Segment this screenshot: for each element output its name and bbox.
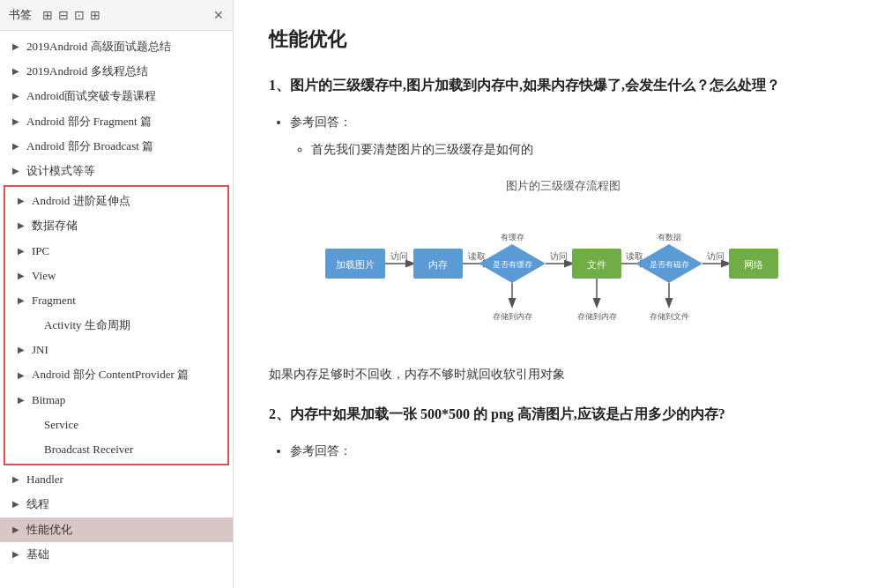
sidebar-header-icons: ⊞ ⊟ ⊡ ⊞: [42, 8, 100, 23]
chevron-icon: ▶: [18, 369, 26, 382]
answer-text-1: 如果内存足够时不回收，内存不够时就回收软引用对象: [269, 363, 857, 385]
sidebar-item-label: Android 部分 Broadcast 篇: [26, 138, 153, 154]
sidebar-item-label: Android 部分 ContentProvider 篇: [32, 367, 189, 383]
red-border-section: ▶ Android 进阶延伸点 ▶ 数据存储 ▶ IPC ▶ View ▶ Fr…: [4, 185, 229, 465]
chevron-icon: ▶: [12, 140, 21, 153]
sidebar-item-label: Fragment: [32, 293, 76, 309]
sidebar-item-label: 线程: [26, 496, 49, 512]
chevron-icon: ▶: [12, 165, 21, 177]
sidebar-item-12[interactable]: ▶ Activity 生命周期: [5, 313, 227, 338]
sidebar-item-label: 2019Android 高级面试题总结: [26, 39, 171, 55]
bullet-item-2: 参考回答：: [290, 440, 857, 462]
sidebar-item-label: 2019Android 多线程总结: [26, 63, 148, 79]
question2-bullets: 参考回答：: [290, 440, 857, 462]
sidebar-item-label: Broadcast Receiver: [44, 442, 133, 458]
bullet-item-1: 参考回答： 首先我们要清楚图片的三级缓存是如何的: [290, 111, 857, 160]
sidebar-item-label: Service: [44, 417, 78, 433]
sidebar-item-label: Bitmap: [32, 392, 65, 408]
sidebar-item-13[interactable]: ▶ JNI: [5, 338, 227, 362]
chevron-icon: ▶: [18, 344, 26, 356]
sidebar-item-15[interactable]: ▶ Bitmap: [5, 388, 227, 413]
sub-bullet-list: 首先我们要清楚图片的三级缓存是如何的: [311, 138, 857, 160]
sidebar-item-2[interactable]: ▶ 2019Android 多线程总结: [0, 59, 233, 84]
chevron-icon: ▶: [12, 65, 21, 78]
chevron-icon: ▶: [12, 498, 21, 510]
sidebar-item-10[interactable]: ▶ View: [5, 264, 227, 288]
diagram-container: 图片的三级缓存流程图 加载图片 访问 内存 读取 是否有缓存 访问 文件: [269, 178, 857, 346]
chevron-icon: ▶: [18, 220, 26, 232]
svg-text:有数据: 有数据: [657, 233, 680, 242]
sidebar-item-label: Handler: [26, 472, 63, 488]
main-content: 性能优化 1、图片的三级缓存中,图片加载到内存中,如果内存快爆了,会发生什么？怎…: [234, 0, 892, 588]
svg-text:读取: 读取: [626, 251, 643, 261]
svg-text:访问: 访问: [390, 251, 408, 261]
chevron-icon: ▶: [12, 115, 21, 128]
sidebar-item-11[interactable]: ▶ Fragment: [5, 288, 227, 313]
sidebar-item-label: Android面试突破专题课程: [26, 88, 156, 104]
svg-text:是否有磁存: 是否有磁存: [649, 260, 688, 269]
bookmark-icon-3[interactable]: ⊡: [74, 8, 85, 23]
svg-text:内存: 内存: [428, 259, 448, 270]
sidebar-item-1[interactable]: ▶ 2019Android 高级面试题总结: [0, 34, 233, 59]
flow-diagram: 加载图片 访问 内存 读取 是否有缓存 访问 文件 读取 是否有: [316, 205, 810, 346]
svg-text:是否有缓存: 是否有缓存: [492, 260, 531, 269]
sidebar-item-14[interactable]: ▶ Android 部分 ContentProvider 篇: [5, 362, 227, 387]
question2-title: 2、内存中如果加载一张 500*500 的 png 高清图片,应该是占用多少的内…: [269, 403, 857, 426]
sidebar-item-5[interactable]: ▶ Android 部分 Broadcast 篇: [0, 134, 233, 159]
svg-text:网络: 网络: [744, 259, 763, 270]
sidebar-item-6[interactable]: ▶ 设计模式等等: [0, 159, 233, 183]
svg-text:有缓存: 有缓存: [500, 233, 524, 242]
sidebar-list: ▶ 2019Android 高级面试题总结 ▶ 2019Android 多线程总…: [0, 31, 233, 588]
chevron-icon: ▶: [12, 90, 21, 102]
sidebar-item-label: 基础: [26, 547, 49, 562]
sidebar-item-8[interactable]: ▶ 数据存储: [5, 213, 227, 238]
sidebar-item-handler[interactable]: ▶ Handler: [0, 467, 233, 492]
sub-bullet-item-1: 首先我们要清楚图片的三级缓存是如何的: [311, 138, 857, 160]
svg-text:存储到内存: 存储到内存: [576, 312, 616, 321]
chevron-icon: ▶: [18, 245, 26, 257]
sidebar-item-label: View: [32, 268, 56, 284]
sidebar-item-7[interactable]: ▶ Android 进阶延伸点: [5, 189, 227, 213]
sidebar-item-broadcast-receiver[interactable]: ▶ Broadcast Receiver: [5, 437, 227, 462]
sidebar-item-label: IPC: [32, 243, 49, 259]
svg-text:存储到文件: 存储到文件: [649, 312, 688, 321]
chevron-icon: ▶: [12, 548, 21, 561]
question1-bullets: 参考回答： 首先我们要清楚图片的三级缓存是如何的: [290, 111, 857, 160]
sidebar-item-3[interactable]: ▶ Android面试突破专题课程: [0, 84, 233, 108]
chevron-icon: ▶: [18, 270, 26, 282]
sidebar-item-9[interactable]: ▶ IPC: [5, 239, 227, 264]
chevron-icon: ▶: [18, 394, 26, 406]
chevron-icon: ▶: [18, 195, 26, 207]
chevron-icon: ▶: [12, 41, 21, 53]
chevron-icon: ▶: [12, 524, 21, 536]
question1-title: 1、图片的三级缓存中,图片加载到内存中,如果内存快爆了,会发生什么？怎么处理？: [269, 74, 857, 97]
svg-text:访问: 访问: [550, 251, 568, 261]
diagram-title: 图片的三级缓存流程图: [269, 178, 857, 194]
svg-text:存储到内存: 存储到内存: [492, 312, 531, 321]
sidebar-item-label: Android 部分 Fragment 篇: [26, 114, 152, 130]
sidebar-item-thread[interactable]: ▶ 线程: [0, 492, 233, 517]
sidebar: 书签 ⊞ ⊟ ⊡ ⊞ ✕ ▶ 2019Android 高级面试题总结 ▶ 201…: [0, 0, 234, 588]
sidebar-item-label: Activity 生命周期: [44, 317, 130, 333]
sidebar-item-4[interactable]: ▶ Android 部分 Fragment 篇: [0, 109, 233, 134]
sidebar-item-perf[interactable]: ▶ 性能优化: [0, 517, 233, 542]
bookmark-icon-4[interactable]: ⊞: [90, 8, 100, 23]
close-icon[interactable]: ✕: [213, 8, 224, 23]
svg-text:文件: 文件: [587, 259, 606, 270]
sidebar-item-basic[interactable]: ▶ 基础: [0, 542, 233, 567]
svg-text:访问: 访问: [707, 251, 725, 261]
chevron-icon: ▶: [18, 294, 26, 307]
chevron-icon: ▶: [12, 473, 21, 486]
sidebar-item-label: 数据存储: [32, 218, 78, 234]
sidebar-item-service[interactable]: ▶ Service: [5, 413, 227, 437]
page-title: 性能优化: [269, 26, 857, 53]
sidebar-header: 书签 ⊞ ⊟ ⊡ ⊞ ✕: [0, 0, 233, 31]
bookmark-icon-2[interactable]: ⊟: [58, 8, 69, 23]
sidebar-item-label: Android 进阶延伸点: [32, 193, 130, 209]
sidebar-item-label: JNI: [32, 342, 48, 358]
svg-text:读取: 读取: [468, 251, 486, 261]
bookmark-icon-1[interactable]: ⊞: [42, 8, 53, 23]
sidebar-item-label: 性能优化: [26, 522, 72, 538]
sidebar-title: 书签: [9, 7, 32, 23]
svg-text:加载图片: 加载图片: [336, 259, 375, 270]
